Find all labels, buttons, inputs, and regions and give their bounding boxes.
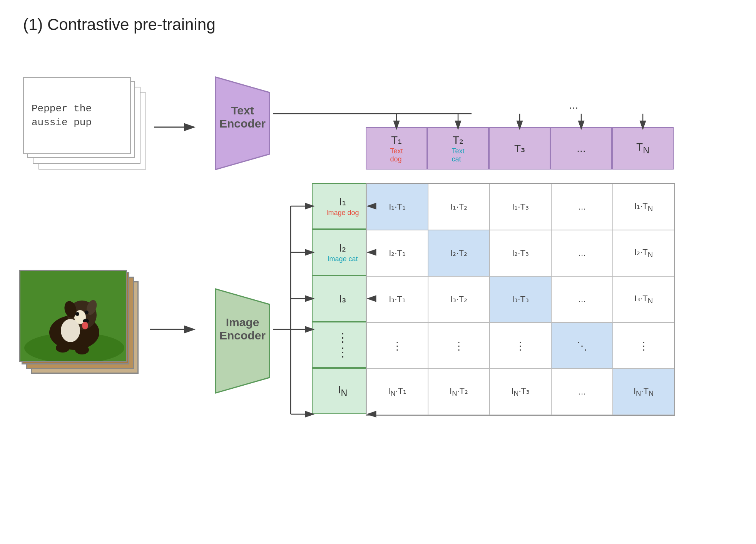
m-cell-3-4: ⋮ — [613, 322, 674, 369]
text-card-content: Pepper theaussie pup — [32, 102, 92, 130]
svg-point-12 — [56, 343, 70, 353]
m-cell-3-2: ⋮ — [490, 322, 551, 369]
t-cell-dots: ... — [550, 127, 612, 170]
i-label-dots: ⋮ — [336, 330, 349, 345]
m-cell-4-2: IN·T₃ — [490, 369, 551, 415]
m-cell-0-2: I₁·T₃ — [490, 184, 551, 230]
text-cards-stack: Pepper theaussie pup — [23, 77, 154, 177]
m-cell-4-3: ... — [551, 369, 613, 415]
dog-image — [20, 271, 126, 361]
t-label-1: T₁ — [391, 134, 402, 146]
m-cell-2-2: I₃·T₃ — [490, 276, 551, 322]
i-label-1: I₁ — [339, 195, 346, 208]
m-cell-2-3: ... — [551, 276, 613, 322]
t-label-2: T₂ — [453, 134, 463, 146]
text-encoder-label: TextEncoder — [208, 104, 277, 130]
t-label-3: T₃ — [514, 142, 525, 155]
diagram-container: (1) Contrastive pre-training Pepper thea… — [0, 0, 756, 544]
m-cell-4-4: IN·TN — [613, 369, 674, 415]
i-sublabel-dots: ⋮ — [336, 345, 349, 359]
svg-point-9 — [82, 322, 88, 329]
i-cell-1: I₁ Image dog — [312, 183, 373, 229]
t-cell-1: T₁ Textdog — [366, 127, 427, 170]
m-cell-1-4: I₂·TN — [613, 230, 674, 276]
image-encoder-shape: ImageEncoder — [192, 281, 293, 402]
m-cell-3-3: ⋱ — [551, 322, 613, 369]
svg-text:...: ... — [569, 99, 578, 111]
i-cell-dots: ⋮ ⋮ — [312, 322, 373, 368]
m-cell-4-1: IN·T₂ — [428, 369, 490, 415]
matrix-grid: I₁·T₁ I₁·T₂ I₁·T₃ ... I₁·TN I₂·T₁ I₂·T₂ … — [366, 183, 675, 416]
i-label-n: IN — [338, 384, 348, 398]
text-card-front: Pepper theaussie pup — [23, 77, 131, 154]
m-cell-2-4: I₃·TN — [613, 276, 674, 322]
m-cell-1-3: ... — [551, 230, 613, 276]
i-label-3: I₃ — [339, 292, 346, 305]
m-cell-2-0: I₃·T₁ — [366, 276, 428, 322]
text-encoder-shape: TextEncoder — [192, 69, 293, 177]
m-cell-3-0: ⋮ — [366, 322, 428, 369]
image-encoder-label: ImageEncoder — [204, 316, 281, 342]
i-sublabel-2: Image cat — [327, 255, 358, 263]
m-cell-0-0: I₁·T₁ — [366, 184, 428, 230]
m-cell-1-0: I₂·T₁ — [366, 230, 428, 276]
m-cell-1-2: I₂·T₃ — [490, 230, 551, 276]
svg-point-14 — [61, 319, 80, 342]
t-sublabel-1: Textdog — [390, 147, 403, 163]
t-cell-2: T₂ Textcat — [427, 127, 489, 170]
page-title: (1) Contrastive pre-training — [23, 15, 216, 34]
m-cell-4-0: IN·T₁ — [366, 369, 428, 415]
i-cell-n: IN — [312, 368, 373, 414]
svg-point-13 — [75, 345, 89, 354]
i-col: I₁ Image dog I₂ Image cat I₃ ⋮ ⋮ IN — [312, 183, 373, 414]
t-cell-n: TN — [612, 127, 674, 170]
m-cell-0-4: I₁·TN — [613, 184, 674, 230]
svg-point-10 — [75, 312, 79, 316]
svg-point-11 — [85, 311, 89, 314]
i-sublabel-1: Image dog — [326, 209, 359, 217]
t-sublabel-2: Textcat — [452, 147, 464, 163]
m-cell-0-3: ... — [551, 184, 613, 230]
m-cell-0-1: I₁·T₂ — [428, 184, 490, 230]
image-card-front — [19, 270, 127, 362]
t-row: T₁ Textdog T₂ Textcat T₃ ... TN — [366, 127, 674, 170]
m-cell-1-1: I₂·T₂ — [428, 230, 490, 276]
t-cell-3: T₃ — [489, 127, 550, 170]
t-label-n: TN — [636, 141, 649, 156]
image-cards-stack — [19, 270, 150, 385]
t-label-dots: ... — [577, 142, 585, 154]
i-label-2: I₂ — [339, 242, 346, 254]
m-cell-3-1: ⋮ — [428, 322, 490, 369]
m-cell-2-1: I₃·T₂ — [428, 276, 490, 322]
i-cell-3: I₃ — [312, 275, 373, 322]
i-cell-2: I₂ Image cat — [312, 229, 373, 275]
